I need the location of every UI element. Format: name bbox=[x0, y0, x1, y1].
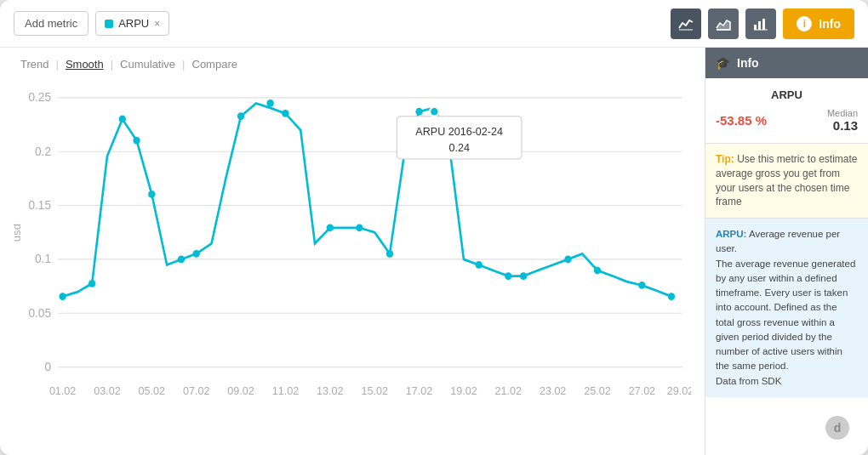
svg-point-51 bbox=[520, 272, 527, 280]
chart-wrapper: 0.25 0.2 0.15 0.1 0.05 0 usd 01.02 03.02… bbox=[14, 79, 691, 441]
svg-rect-2 bbox=[754, 25, 757, 30]
svg-text:27.02: 27.02 bbox=[629, 384, 655, 397]
right-panel: 🎓 Info ARPU -53.85 % Median 0.13 Tip: Us… bbox=[705, 48, 868, 455]
svg-point-53 bbox=[594, 267, 601, 275]
main-content: Trend | Smooth | Cumulative | Compare bbox=[0, 48, 868, 455]
info-button[interactable]: i Info bbox=[783, 9, 854, 39]
svg-point-55 bbox=[668, 293, 675, 300]
svg-point-34 bbox=[59, 293, 66, 300]
chart-type-icons: i Info bbox=[671, 9, 854, 39]
arpu-median: Median 0.13 bbox=[827, 108, 858, 133]
metric-tab-arpu[interactable]: ARPU × bbox=[95, 11, 169, 36]
bar-chart-icon-button[interactable] bbox=[745, 9, 776, 39]
svg-text:01.02: 01.02 bbox=[49, 384, 76, 397]
svg-text:17.02: 17.02 bbox=[406, 384, 432, 397]
svg-point-50 bbox=[505, 272, 511, 280]
svg-point-43 bbox=[282, 110, 288, 117]
tip-text: Use this metric to estimate average gros… bbox=[716, 153, 858, 208]
arpu-stats-title: ARPU bbox=[716, 88, 858, 101]
svg-text:usd: usd bbox=[14, 224, 23, 242]
median-label: Median bbox=[827, 108, 858, 118]
svg-text:07.02: 07.02 bbox=[183, 384, 209, 397]
svg-text:0.15: 0.15 bbox=[28, 198, 51, 212]
svg-text:03.02: 03.02 bbox=[94, 384, 120, 397]
svg-text:0.24: 0.24 bbox=[448, 141, 469, 154]
svg-text:0: 0 bbox=[44, 360, 51, 373]
svg-point-39 bbox=[178, 256, 185, 264]
svg-point-36 bbox=[119, 116, 126, 123]
svg-rect-3 bbox=[758, 21, 761, 30]
svg-text:21.02: 21.02 bbox=[495, 384, 522, 397]
svg-point-45 bbox=[356, 224, 363, 231]
metric-tab-close-icon[interactable]: × bbox=[154, 19, 160, 29]
nav-compare[interactable]: Compare bbox=[186, 58, 244, 71]
chart-navigation: Trend | Smooth | Cumulative | Compare bbox=[14, 58, 691, 71]
svg-point-59 bbox=[430, 107, 438, 117]
svg-text:0.1: 0.1 bbox=[35, 252, 51, 265]
svg-text:05.02: 05.02 bbox=[139, 384, 165, 397]
svg-text:11.02: 11.02 bbox=[272, 384, 299, 397]
svg-text:0.25: 0.25 bbox=[28, 90, 51, 104]
median-value: 0.13 bbox=[827, 118, 858, 133]
line-chart-icon-button[interactable] bbox=[671, 9, 701, 39]
app-logo: d bbox=[825, 416, 849, 440]
svg-text:ARPU 2016-02-24: ARPU 2016-02-24 bbox=[415, 124, 503, 137]
svg-text:0.2: 0.2 bbox=[35, 144, 51, 157]
svg-point-46 bbox=[386, 250, 393, 258]
svg-text:15.02: 15.02 bbox=[361, 384, 387, 397]
add-metric-button[interactable]: Add metric bbox=[14, 11, 89, 36]
area-chart-icon-button[interactable] bbox=[708, 9, 739, 39]
info-label: Info bbox=[819, 17, 841, 31]
svg-point-38 bbox=[148, 191, 155, 198]
arpu-change-value: -53.85 % bbox=[716, 113, 767, 128]
right-panel-title: Info bbox=[737, 56, 759, 70]
metric-tab-label: ARPU bbox=[118, 17, 149, 30]
definition-label: ARPU: bbox=[716, 229, 746, 239]
metric-tab-dot bbox=[105, 20, 113, 28]
line-chart: 0.25 0.2 0.15 0.1 0.05 0 usd 01.02 03.02… bbox=[14, 79, 691, 441]
svg-text:0.05: 0.05 bbox=[28, 305, 51, 319]
definition-text: Average revenue per user.The average rev… bbox=[716, 229, 855, 386]
definition-box: ARPU: Average revenue per user.The avera… bbox=[705, 219, 868, 397]
svg-text:23.02: 23.02 bbox=[540, 384, 566, 397]
nav-cumulative[interactable]: Cumulative bbox=[113, 58, 182, 71]
arpu-stats-section: ARPU -53.85 % Median 0.13 bbox=[705, 78, 868, 144]
svg-point-42 bbox=[266, 100, 273, 107]
svg-rect-4 bbox=[762, 19, 765, 30]
svg-text:13.02: 13.02 bbox=[317, 384, 343, 397]
top-bar: Add metric ARPU × bbox=[0, 0, 868, 48]
svg-text:19.02: 19.02 bbox=[450, 384, 477, 397]
svg-point-47 bbox=[415, 108, 422, 116]
svg-point-40 bbox=[193, 250, 200, 258]
svg-point-35 bbox=[89, 280, 95, 287]
nav-trend[interactable]: Trend bbox=[14, 58, 55, 71]
right-panel-header: 🎓 Info bbox=[705, 48, 868, 78]
svg-point-41 bbox=[237, 112, 244, 120]
svg-text:25.02: 25.02 bbox=[584, 384, 610, 397]
main-container: Add metric ARPU × bbox=[0, 0, 868, 455]
svg-point-54 bbox=[638, 282, 645, 289]
arpu-stats-row: -53.85 % Median 0.13 bbox=[716, 108, 858, 133]
svg-text:09.02: 09.02 bbox=[227, 384, 254, 397]
metric-tabs: Add metric ARPU × bbox=[14, 11, 169, 36]
svg-point-49 bbox=[476, 261, 483, 269]
chart-area: Trend | Smooth | Cumulative | Compare bbox=[0, 48, 705, 455]
chart-line bbox=[63, 103, 671, 296]
svg-point-52 bbox=[564, 256, 571, 264]
mortarboard-icon: 🎓 bbox=[716, 56, 730, 70]
tip-box: Tip: Use this metric to estimate average… bbox=[705, 144, 868, 219]
svg-point-44 bbox=[327, 224, 334, 231]
info-circle-icon: i bbox=[797, 16, 812, 31]
svg-text:29.02: 29.02 bbox=[667, 384, 691, 397]
tip-label: Tip: bbox=[716, 153, 734, 165]
svg-point-37 bbox=[133, 137, 140, 145]
nav-smooth[interactable]: Smooth bbox=[59, 58, 111, 71]
